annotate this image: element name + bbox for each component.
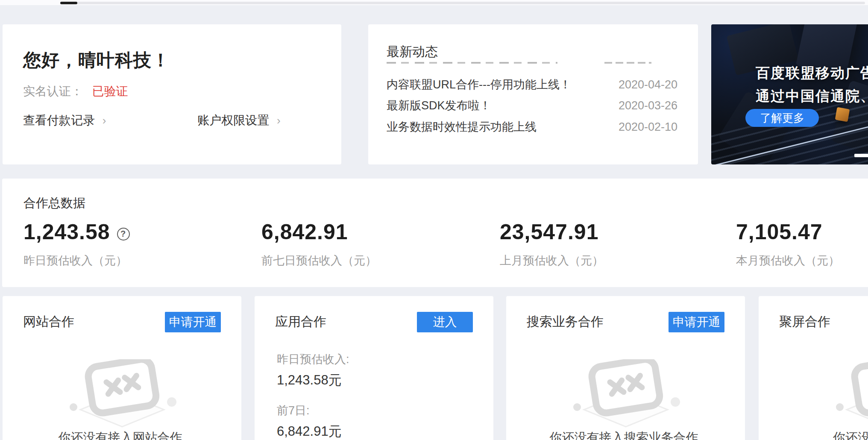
stat-thismonth-income: 7,105.47 本月预估收入（元） — [736, 220, 840, 268]
stat-label: 本月预估收入（元） — [736, 253, 840, 268]
stat-value: 7,105.47 — [736, 220, 840, 244]
horizontal-scrollbar-track[interactable] — [60, 2, 865, 4]
website-coop-card: 网站合作 申请开通 你还没有接入网站合作, — [3, 296, 241, 440]
summary-title: 合作总数据 — [23, 195, 85, 212]
verify-status-badge: 已验证 — [92, 85, 128, 98]
juping-coop-card: 聚屏合作 你还没有 — [759, 296, 868, 440]
news-title: 最新动态 — [387, 43, 438, 61]
news-item-date: 2020-04-20 — [619, 76, 677, 93]
clipped-news-date-fragment — [604, 62, 651, 64]
empty-state-text: 你还没有接入搜索业务合作, — [549, 429, 701, 440]
stat-value: 1,243.58 — [23, 220, 110, 244]
realname-verification-row: 实名认证： 已验证 — [23, 83, 128, 100]
search-coop-card: 搜索业务合作 申请开通 你还没有接入搜索业务合作, — [506, 296, 745, 440]
welcome-links-row: 查看付款记录 › 账户权限设置 › — [23, 112, 322, 129]
income-value: 6,842.91元 — [277, 422, 342, 440]
welcome-card: 您好，晴叶科技！ 实名认证： 已验证 查看付款记录 › 账户权限设置 › — [3, 24, 341, 164]
apply-open-button[interactable]: 申请开通 — [165, 312, 221, 332]
account-permission-link[interactable]: 账户权限设置 › — [197, 112, 280, 129]
news-item[interactable]: 内容联盟URL合作---停用功能上线！ 2020-04-20 — [387, 76, 677, 93]
empty-state-text: 你还没有 — [833, 429, 868, 440]
income-row: 前7日: 6,842.91元 — [277, 403, 342, 440]
app-coop-card: 应用合作 进入 昨日预估收入: 1,243.58元 前7日: 6,842.91元 — [255, 296, 493, 440]
stat-label: 昨日预估收入（元） — [23, 253, 130, 268]
news-item[interactable]: 业务数据时效性提示功能上线 2020-02-10 — [387, 118, 677, 135]
coop-card-title: 应用合作 — [275, 313, 326, 331]
greeting-text: 您好，晴叶科技！ — [23, 48, 170, 72]
income-label: 昨日预估收入: — [277, 352, 349, 367]
promo-banner[interactable]: 百度联盟移动广告SDK 通过中国信通院、公安 了解更多 — [711, 24, 868, 164]
learn-more-button[interactable]: 了解更多 — [745, 109, 819, 127]
stat-label: 前七日预估收入（元） — [261, 253, 377, 268]
income-label: 前7日: — [277, 403, 342, 418]
income-value: 1,243.58元 — [277, 371, 349, 389]
empty-state-tv-icon — [833, 359, 868, 429]
stat-label: 上月预估收入（元） — [500, 253, 604, 268]
stat-last7days-income: 6,842.91 前七日预估收入（元） — [261, 220, 377, 268]
apply-open-button[interactable]: 申请开通 — [669, 312, 724, 332]
stat-lastmonth-income: 23,547.91 上月预估收入（元） — [500, 220, 604, 268]
help-icon[interactable]: ? — [117, 228, 130, 241]
empty-state-tv-icon — [67, 359, 178, 429]
banner-headline-1: 百度联盟移动广告SDK — [756, 64, 868, 83]
empty-state-text: 你还没有接入网站合作, — [58, 429, 185, 440]
carousel-indicator[interactable] — [854, 154, 868, 157]
news-item-date: 2020-03-26 — [619, 97, 677, 114]
empty-state-tv-icon — [570, 359, 681, 429]
coop-card-title: 网站合作 — [23, 313, 74, 331]
banner-headline-2: 通过中国信通院、公安 — [756, 87, 868, 106]
chevron-right-icon: › — [103, 114, 106, 127]
payment-records-link[interactable]: 查看付款记录 › — [23, 112, 106, 129]
coop-card-title: 聚屏合作 — [779, 313, 830, 331]
summary-card: 合作总数据 1,243.58? 昨日预估收入（元） 6,842.91 前七日预估… — [2, 179, 868, 287]
banner-orange-cube-decoration — [835, 107, 850, 122]
news-item-date: 2020-02-10 — [619, 118, 677, 135]
enter-button[interactable]: 进入 — [417, 312, 473, 332]
coop-card-title: 搜索业务合作 — [527, 313, 604, 331]
stat-value: 6,842.91 — [261, 220, 377, 244]
horizontal-scrollbar-thumb[interactable] — [60, 2, 77, 4]
news-item[interactable]: 最新版SDK发布啦！ 2020-03-26 — [387, 97, 677, 114]
chevron-right-icon: › — [277, 114, 281, 127]
clipped-news-text-fragment — [387, 62, 557, 64]
stat-value: 23,547.91 — [500, 220, 604, 244]
income-row: 昨日预估收入: 1,243.58元 — [277, 352, 349, 389]
news-card: 最新动态 内容联盟URL合作---停用功能上线！ 2020-04-20 最新版S… — [368, 24, 698, 164]
verify-label: 实名认证： — [23, 85, 83, 98]
stat-yesterday-income: 1,243.58? 昨日预估收入（元） — [23, 220, 130, 268]
clipped-news-row — [387, 62, 681, 64]
